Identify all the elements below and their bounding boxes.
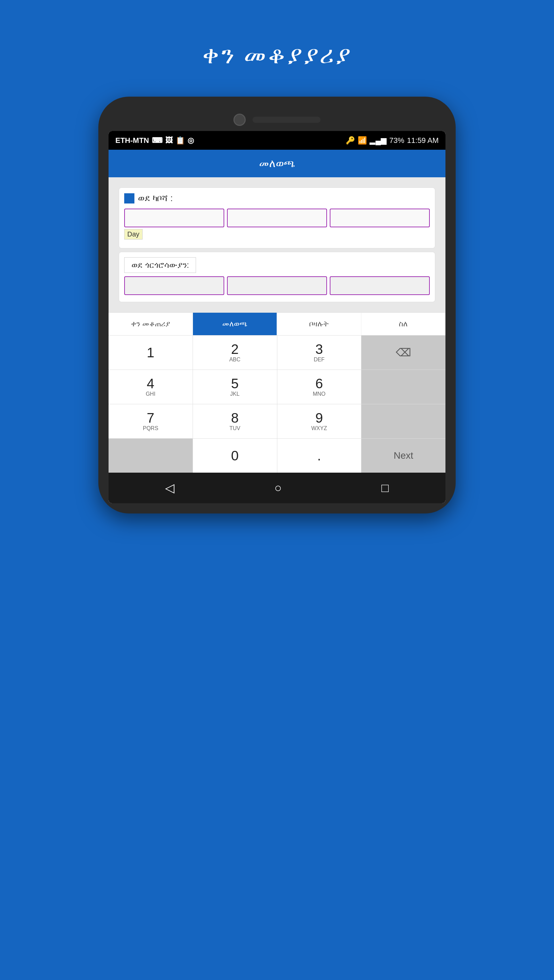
back-button[interactable]: ◁ — [165, 481, 175, 495]
keyboard-row-4: 0 . Next — [108, 438, 446, 473]
status-bar: ETH-MTN ⌨ 🖼 📋 ◎ 🔑 📶 ▂▄▆ 73% 11:59 AM — [108, 131, 446, 150]
to-gregorian-label: ወደ ጎርጎሮሳውያን: — [124, 257, 196, 273]
time-text: 11:59 AM — [407, 136, 439, 145]
gregorian-day-input[interactable] — [124, 276, 224, 295]
gregorian-date-section: ወደ ጎርጎሮሳውያን: — [119, 252, 435, 302]
carrier-text: ETH-MTN — [115, 136, 149, 145]
tab-1-label: መለወጫ — [222, 320, 247, 328]
tab-2-label: ቦዛሉት — [309, 320, 329, 328]
status-right: 🔑 📶 ▂▄▆ 73% 11:59 AM — [346, 136, 439, 145]
status-carrier: ETH-MTN ⌨ 🖼 📋 ◎ — [115, 136, 194, 145]
keyboard-row-2: 4 GHI 5 JKL 6 MNO — [108, 369, 446, 404]
key-next[interactable]: Next — [361, 439, 446, 473]
gregorian-year-input[interactable] — [330, 276, 430, 295]
battery-text: 73% — [389, 136, 404, 145]
key-icon: 🔑 — [346, 136, 355, 145]
app-content: ወደ ካቦሻ : Day ወደ ጎርጎሮሳውያን: — [108, 177, 446, 312]
keyboard-icon: ⌨ — [152, 136, 162, 145]
speaker-icon — [253, 117, 320, 123]
tab-age[interactable]: ቦዛሉት — [277, 313, 361, 335]
key-4[interactable]: 4 GHI — [108, 370, 193, 404]
ethiopian-year-input[interactable] — [330, 208, 430, 227]
gregorian-input-row — [124, 276, 430, 295]
nfc-icon: 📋 — [175, 136, 185, 145]
ethiopian-date-section: ወደ ካቦሻ : Day — [119, 188, 435, 248]
keyboard: 1 2 ABC 3 DEF ⌫ 4 GHI — [108, 335, 446, 473]
ethiopian-input-row — [124, 208, 430, 227]
key-backspace[interactable]: ⌫ — [361, 336, 446, 369]
key-8[interactable]: 8 TUV — [193, 404, 277, 438]
from-label-row: ወደ ካቦሻ : — [124, 193, 430, 204]
tab-converter[interactable]: መለወጫ — [193, 313, 277, 335]
tab-0-label: ቀን መቆጠሪያ — [131, 320, 170, 328]
day-tooltip: Day — [124, 229, 143, 240]
wifi-icon: 📶 — [358, 136, 367, 145]
from-label-text: ወደ ካቦሻ : — [138, 193, 173, 204]
key-empty-r4 — [108, 439, 193, 473]
gregorian-month-input[interactable] — [227, 276, 327, 295]
phone-frame: ETH-MTN ⌨ 🖼 📋 ◎ 🔑 📶 ▂▄▆ 73% 11:59 AM መለወ… — [98, 97, 456, 514]
app-header: መለወጫ — [108, 150, 446, 177]
key-6[interactable]: 6 MNO — [277, 370, 362, 404]
home-button[interactable]: ○ — [274, 481, 282, 495]
keyboard-row-3: 7 PQRS 8 TUV 9 WXYZ — [108, 404, 446, 438]
camera-icon — [234, 114, 246, 126]
key-2[interactable]: 2 ABC — [193, 336, 277, 369]
blue-indicator — [124, 193, 134, 204]
key-3[interactable]: 3 DEF — [277, 336, 362, 369]
key-dot[interactable]: . — [277, 439, 362, 473]
tab-about[interactable]: ስለ — [361, 313, 446, 335]
ethiopian-month-input[interactable] — [227, 208, 327, 227]
navigation-bar: ◁ ○ □ — [108, 473, 446, 503]
recents-button[interactable]: □ — [382, 481, 389, 495]
signal-bars: ▂▄▆ — [369, 136, 387, 145]
key-9[interactable]: 9 WXYZ — [277, 404, 362, 438]
tabs-row: ቀን መቆጠሪያ መለወጫ ቦዛሉት ስለ — [108, 312, 446, 335]
key-empty-r2 — [361, 370, 446, 404]
ethiopian-day-input[interactable] — [124, 208, 224, 227]
keyboard-row-1: 1 2 ABC 3 DEF ⌫ — [108, 335, 446, 369]
key-7[interactable]: 7 PQRS — [108, 404, 193, 438]
key-1[interactable]: 1 — [108, 336, 193, 369]
tab-3-label: ስለ — [399, 320, 408, 328]
header-title: መለወጫ — [259, 157, 295, 169]
key-0[interactable]: 0 — [193, 439, 277, 473]
tab-date-calc[interactable]: ቀን መቆጠሪያ — [108, 313, 193, 335]
page-title: ቀን መቆያያሪያ — [202, 41, 352, 69]
gallery-icon: 🖼 — [166, 136, 173, 145]
phone-top — [108, 107, 446, 131]
location-icon: ◎ — [188, 136, 194, 145]
phone-screen: ETH-MTN ⌨ 🖼 📋 ◎ 🔑 📶 ▂▄▆ 73% 11:59 AM መለወ… — [108, 131, 446, 503]
key-empty-r3 — [361, 404, 446, 438]
key-5[interactable]: 5 JKL — [193, 370, 277, 404]
next-label: Next — [394, 450, 414, 461]
